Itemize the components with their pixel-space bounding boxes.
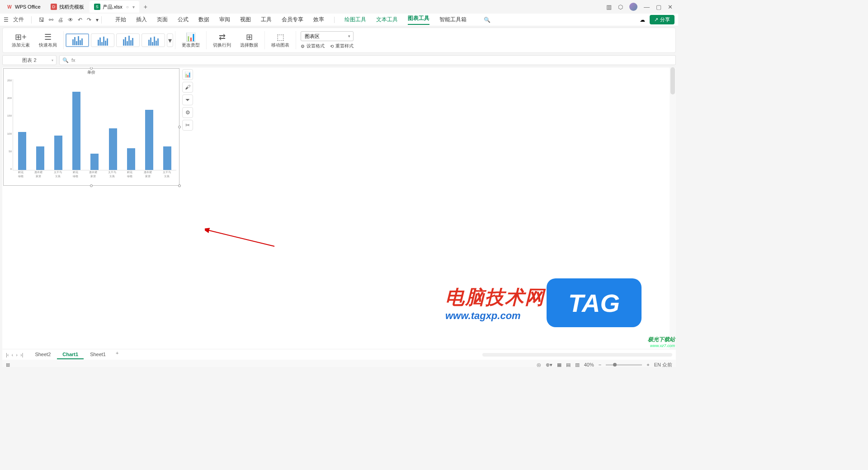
reset-style-label: 重置样式 <box>335 43 354 49</box>
chart-object[interactable]: 单价 250 200 150 100 50 0 鲜花绿植连衣裙家居太平鸟女装鲜花… <box>3 68 179 186</box>
undo-icon[interactable]: ↶ <box>78 17 82 23</box>
status-mode-icon[interactable]: ⊞ <box>6 362 10 367</box>
sheet-next-icon[interactable]: › <box>16 352 18 357</box>
ribbon: ⊞+ 添加元素 ☰ 快速布局 ▾ 📊 更改类型 ⇄ 切换行列 ⊞ 选择数据 ⬚ … <box>2 28 676 53</box>
separator <box>63 31 64 49</box>
tab-dropdown-icon[interactable]: ▾ <box>132 5 135 9</box>
preview-icon[interactable]: 👁 <box>68 17 73 23</box>
minimize-button[interactable]: — <box>644 4 650 10</box>
chevron-down-icon[interactable]: ▾ <box>96 17 99 23</box>
sheet-add-button[interactable]: + <box>112 350 122 359</box>
view-page-icon[interactable]: ▤ <box>566 362 571 367</box>
hamburger-icon[interactable]: ☰ <box>4 17 9 23</box>
share-button[interactable]: ↗ 分享 <box>650 15 675 24</box>
gear-icon[interactable]: ⚙ <box>182 107 193 118</box>
move-chart-button[interactable]: ⬚ 移动图表 <box>271 32 289 48</box>
scrollbar-thumb[interactable] <box>670 67 675 94</box>
add-tab-button[interactable]: + <box>140 3 151 10</box>
change-type-button[interactable]: 📊 更改类型 <box>182 32 200 48</box>
set-format-label: 设置格式 <box>307 43 325 49</box>
close-button[interactable]: ✕ <box>668 4 673 10</box>
maximize-button[interactable]: ▢ <box>656 4 661 10</box>
app-tab-wps[interactable]: W WPS Office <box>2 1 45 13</box>
tab-tools[interactable]: 工具 <box>261 16 272 24</box>
resize-handle[interactable] <box>90 67 93 70</box>
zoom-knob[interactable] <box>613 363 617 367</box>
app-tab-template[interactable]: D 找稻壳模板 <box>46 1 89 13</box>
tab-insert[interactable]: 插入 <box>136 16 147 24</box>
reset-style-button[interactable]: ⟲重置样式 <box>330 43 354 49</box>
zoom-out-icon[interactable]: − <box>599 362 601 367</box>
title-right: ▥ ⬡ — ▢ ✕ <box>606 3 676 11</box>
tab-start[interactable]: 开始 <box>115 16 126 24</box>
chart-style-2[interactable] <box>91 33 114 47</box>
chart-element-icon[interactable]: 📊 <box>182 69 193 80</box>
name-box[interactable]: 图表 2 <box>2 55 57 65</box>
horizontal-scrollbar[interactable] <box>482 353 672 357</box>
chart-title[interactable]: 单价 <box>4 69 179 76</box>
sheet-tab-sheet2[interactable]: Sheet2 <box>29 350 56 359</box>
cloud-icon[interactable]: ☁ <box>640 17 645 23</box>
chart-style-4[interactable] <box>142 33 165 47</box>
tab-view[interactable]: 视图 <box>240 16 251 24</box>
cube-icon[interactable]: ⬡ <box>618 4 623 10</box>
status-bar: ⊞ ◎ ⊕▾ ▦ ▤ ▥ 40% − + EN 众前 <box>2 360 676 367</box>
zoom-label[interactable]: 40% <box>584 362 594 367</box>
tab-page[interactable]: 页面 <box>157 16 168 24</box>
layout-icon[interactable]: ▥ <box>606 4 612 10</box>
chart-style-more[interactable]: ▾ <box>167 33 173 47</box>
redo-icon[interactable]: ↷ <box>87 17 91 23</box>
ime-indicator[interactable]: EN 众前 <box>654 362 672 367</box>
vertical-scrollbar[interactable] <box>670 67 676 349</box>
zoom-in-icon[interactable]: + <box>646 362 649 367</box>
tools-icon[interactable]: ✂ <box>182 120 193 131</box>
tab-chart-tools[interactable]: 图表工具 <box>408 14 429 25</box>
resize-handle[interactable] <box>178 184 181 187</box>
x-tick: 鲜花绿植 <box>18 170 24 179</box>
sheet-first-icon[interactable]: |‹ <box>6 352 9 357</box>
sheet-prev-icon[interactable]: ‹ <box>12 352 14 357</box>
x-tick: 太平鸟女装 <box>163 170 171 179</box>
tab-review[interactable]: 审阅 <box>219 16 230 24</box>
chart-area-dropdown[interactable]: 图表区 <box>301 31 354 41</box>
search-fx-icon[interactable]: 🔍 <box>62 57 69 63</box>
tab-draw-tools[interactable]: 绘图工具 <box>344 16 366 24</box>
set-format-button[interactable]: ⚙设置格式 <box>301 43 325 49</box>
select-data-button[interactable]: ⊞ 选择数据 <box>240 32 258 48</box>
file-menu[interactable]: 文件 <box>13 16 24 24</box>
chart-style-3[interactable] <box>116 33 140 47</box>
view-break-icon[interactable]: ▥ <box>575 362 580 367</box>
tab-member[interactable]: 会员专享 <box>282 16 303 24</box>
quick-layout-button[interactable]: ☰ 快速布局 <box>39 32 57 48</box>
filter-icon[interactable]: ⏷ <box>182 94 193 105</box>
formula-bar[interactable]: 🔍 fx <box>59 55 676 65</box>
zoom-slider[interactable] <box>606 364 642 366</box>
switch-rc-button[interactable]: ⇄ 切换行列 <box>213 32 231 48</box>
print-icon[interactable]: 🖨 <box>58 17 63 23</box>
sheet-last-icon[interactable]: ›| <box>20 352 24 357</box>
x-tick: 鲜花绿植 <box>127 170 132 179</box>
tab-data[interactable]: 数据 <box>198 16 209 24</box>
add-element-button[interactable]: ⊞+ 添加元素 <box>12 32 30 48</box>
corner-badge: 极光下载站 www.xz7.com <box>648 336 675 348</box>
view-normal-icon[interactable]: ▦ <box>557 362 561 367</box>
resize-handle[interactable] <box>90 184 93 187</box>
tab-efficiency[interactable]: 效率 <box>313 16 324 24</box>
link-icon[interactable]: ⚯ <box>49 17 53 23</box>
brush-icon[interactable]: 🖌 <box>182 82 193 93</box>
save-icon[interactable]: 🖫 <box>39 17 44 23</box>
gear-icon: ⚙ <box>301 44 305 49</box>
sheet-tab-sheet1[interactable]: Sheet1 <box>85 350 111 359</box>
avatar[interactable] <box>629 3 637 11</box>
eye-icon[interactable]: ◎ <box>537 362 541 367</box>
tab-text-tools[interactable]: 文本工具 <box>376 16 398 24</box>
add-element-icon: ⊞+ <box>15 32 27 42</box>
sheet-tab-chart1[interactable]: Chart1 <box>57 350 84 359</box>
app-tab-file[interactable]: S 产品.xlsx ○ ▾ <box>90 1 139 13</box>
chart-style-1[interactable] <box>66 33 89 47</box>
tag-badge: TAG <box>547 278 642 327</box>
tab-smart-tools[interactable]: 智能工具箱 <box>439 16 467 24</box>
target-icon[interactable]: ⊕▾ <box>546 362 552 367</box>
tab-formula[interactable]: 公式 <box>178 16 189 24</box>
search-icon[interactable]: 🔍 <box>484 17 491 23</box>
